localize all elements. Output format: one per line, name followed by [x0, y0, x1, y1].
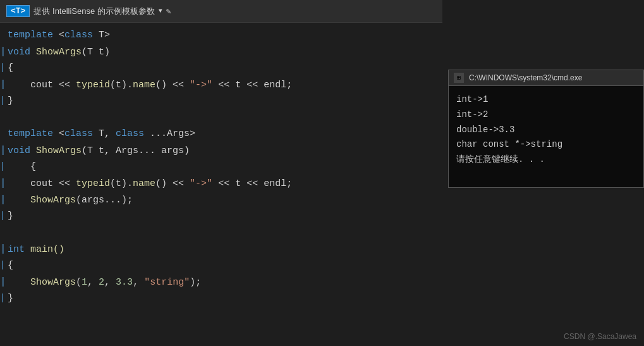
line-indicator: | [0, 44, 5, 61]
code-line: |{ [0, 61, 442, 77]
code-text: template <class T, class ...Args> [6, 127, 442, 142]
code-text: } [6, 94, 442, 109]
intellisense-description: 提供 IntelliSense 的示例模板参数 [33, 6, 154, 17]
line-indicator: | [0, 209, 5, 223]
terminal-title: C:\WINDOWS\system32\cmd.exe [469, 73, 582, 82]
terminal-icon: ⊞ [454, 73, 464, 83]
code-line: | ShowArgs(args...); [0, 192, 442, 209]
code-text: } [6, 291, 442, 306]
code-line: |{ [0, 258, 442, 275]
code-text: void ShowArgs(T t) [6, 45, 442, 60]
code-line: |} [0, 291, 442, 307]
line-indicator: | [0, 94, 5, 108]
line-indicator: | [0, 176, 5, 192]
code-text: ShowArgs(args...); [6, 193, 442, 208]
code-line: | { [0, 159, 442, 176]
code-text: { [6, 159, 442, 175]
code-content: template <class T>|void ShowArgs(T t)|{|… [0, 23, 442, 312]
watermark: CSDN @.SacaJawea [564, 332, 636, 341]
code-text: int main() [6, 242, 442, 257]
code-line: |void ShowArgs(T t, Args... args) [0, 143, 442, 159]
terminal-window: ⊞ C:\WINDOWS\system32\cmd.exe int->1int-… [448, 70, 644, 188]
terminal-line: int->2 [456, 108, 636, 123]
code-text: { [6, 61, 442, 76]
code-text [6, 110, 442, 125]
code-line [0, 225, 442, 242]
code-line: |int main() [0, 242, 442, 258]
code-line: |} [0, 94, 442, 110]
line-indicator: | [0, 258, 5, 272]
template-badge: <T> [6, 5, 30, 17]
terminal-line: 请按任意键继续. . . [456, 152, 636, 168]
intellisense-bar: <T> 提供 IntelliSense 的示例模板参数 ✎ [0, 0, 442, 23]
code-line: |void ShowArgs(T t) [0, 44, 442, 61]
terminal-line: int->1 [456, 92, 636, 108]
terminal-line: double->3.3 [456, 123, 636, 138]
line-indicator: | [0, 61, 5, 75]
code-text: cout << typeid(t).name() << "->" << t <<… [6, 78, 442, 93]
line-indicator: | [0, 192, 5, 209]
code-line: | cout << typeid(t).name() << "->" << t … [0, 176, 442, 192]
code-line: template <class T> [0, 28, 442, 44]
code-text: ShowArgs(1, 2, 3.3, "string"); [6, 275, 442, 290]
code-line: | ShowArgs(1, 2, 3.3, "string"); [0, 275, 442, 291]
code-editor: <T> 提供 IntelliSense 的示例模板参数 ✎ template <… [0, 0, 442, 346]
intellisense-dropdown[interactable] [159, 8, 162, 15]
code-text: void ShowArgs(T t, Args... args) [6, 144, 442, 159]
code-text: { [6, 258, 442, 273]
line-indicator: | [0, 275, 5, 291]
code-text: } [6, 209, 442, 224]
line-indicator: | [0, 159, 5, 173]
code-text [6, 225, 442, 240]
line-indicator: | [0, 77, 5, 94]
line-indicator: | [0, 143, 5, 159]
code-text: cout << typeid(t).name() << "->" << t <<… [6, 176, 442, 192]
line-indicator: | [0, 291, 5, 305]
terminal-line: char const *->string [456, 137, 636, 152]
code-line: |} [0, 209, 442, 225]
code-line: | cout << typeid(t).name() << "->" << t … [0, 77, 442, 94]
terminal-body: int->1int->2double->3.3char const *->str… [449, 86, 643, 187]
code-line [0, 110, 442, 127]
terminal-titlebar: ⊞ C:\WINDOWS\system32\cmd.exe [449, 70, 643, 86]
line-indicator: | [0, 242, 5, 258]
edit-icon[interactable]: ✎ [166, 6, 171, 16]
code-text: template <class T> [6, 28, 442, 43]
code-line: template <class T, class ...Args> [0, 127, 442, 143]
